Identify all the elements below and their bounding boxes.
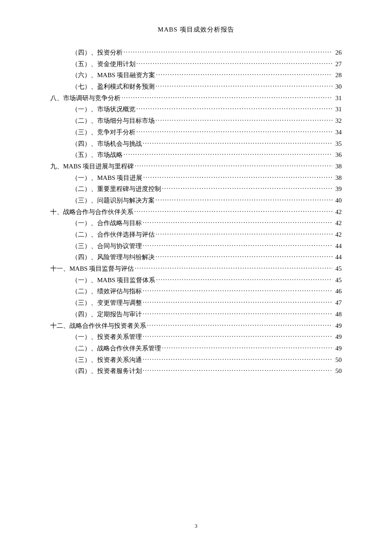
toc-entry[interactable]: 十、战略合作与合作伙伴关系42 [50, 208, 342, 215]
toc-entry[interactable]: （四）、投资分析26 [50, 48, 342, 56]
toc-leader-dots [143, 356, 332, 362]
toc-entry-page: 44 [333, 243, 342, 249]
toc-entry-page: 34 [333, 129, 342, 136]
toc-entry-label: （一）、市场状况概览 [72, 106, 135, 113]
toc-leader-dots [134, 208, 332, 214]
toc-entry[interactable]: 十二、战略合作伙伴与投资者关系49 [50, 321, 342, 329]
toc-entry-label: （四）、投资者服务计划 [72, 368, 142, 374]
toc-entry-page: 28 [333, 72, 342, 78]
toc-entry-label: （三）、问题识别与解决方案 [72, 197, 155, 204]
toc-entry-label: 九、MABS 项目进展与里程碑 [50, 163, 134, 170]
toc-entry-label: （三）、投资者关系沟通 [72, 357, 142, 363]
page-header-title: MABS 项目成效分析报告 [50, 26, 342, 34]
toc-entry-page: 45 [333, 266, 342, 272]
toc-entry-page: 48 [333, 311, 342, 318]
toc-entry-page: 49 [333, 334, 342, 340]
toc-entry[interactable]: （一）、MABS 项目进展38 [50, 173, 342, 181]
toc-leader-dots [143, 332, 332, 339]
toc-entry-label: （一）、MABS 项目进展 [72, 175, 142, 181]
toc-entry-label: （四）、市场机会与挑战 [72, 141, 142, 147]
toc-entry-label: （三）、变更管理与调整 [72, 300, 142, 306]
toc-leader-dots [135, 162, 332, 168]
toc-entry-label: （七）、盈利模式和财务预测 [72, 84, 155, 90]
toc-entry[interactable]: （三）、合同与协议管理44 [50, 242, 342, 249]
toc-entry[interactable]: （三）、投资者关系沟通50 [50, 356, 342, 363]
toc-leader-dots [143, 139, 332, 146]
toc-entry[interactable]: （七）、盈利模式和财务预测30 [50, 82, 342, 90]
toc-entry-page: 38 [333, 163, 342, 170]
toc-entry-label: （二）、市场细分与目标市场 [72, 118, 155, 124]
toc-entry-page: 26 [333, 49, 342, 56]
toc-entry-page: 49 [333, 323, 342, 329]
toc-entry[interactable]: （四）、风险管理与纠纷解决44 [50, 253, 342, 260]
toc-entry-label: （一）、MABS 项目监督体系 [72, 277, 155, 283]
page-number: 3 [0, 523, 392, 529]
toc-leader-dots [156, 71, 332, 77]
toc-entry[interactable]: （四）、投资者服务计划50 [50, 367, 342, 374]
toc-leader-dots [143, 310, 332, 316]
toc-entry[interactable]: （一）、投资者关系管理49 [50, 332, 342, 340]
toc-entry-label: 十一、MABS 项目监督与评估 [50, 266, 134, 272]
toc-entry-label: 八、市场调研与竞争分析 [50, 95, 121, 101]
toc-entry[interactable]: 八、市场调研与竞争分析31 [50, 94, 342, 101]
toc-entry-label: （二）、绩效评估与指标 [72, 288, 142, 295]
toc-leader-dots [156, 253, 332, 259]
toc-entry-page: 35 [333, 141, 342, 147]
toc-entry[interactable]: （一）、市场状况概览31 [50, 105, 342, 113]
toc-entry-label: （一）、合作战略与目标 [72, 220, 142, 226]
toc-entry-label: （三）、竞争对手分析 [72, 129, 135, 136]
toc-entry-page: 45 [333, 277, 342, 283]
table-of-contents: （四）、投资分析26（五）、资金使用计划27（六）、MABS 项目融资方案28（… [50, 48, 342, 374]
toc-entry[interactable]: （二）、市场细分与目标市场32 [50, 116, 342, 124]
toc-entry-page: 50 [333, 357, 342, 363]
toc-entry[interactable]: （四）、定期报告与审计48 [50, 310, 342, 318]
toc-leader-dots [143, 173, 332, 180]
toc-entry[interactable]: （三）、问题识别与解决方案40 [50, 196, 342, 204]
toc-entry[interactable]: （二）、绩效评估与指标46 [50, 287, 342, 295]
document-page: MABS 项目成效分析报告 （四）、投资分析26（五）、资金使用计划27（六）、… [0, 0, 392, 555]
toc-leader-dots [156, 230, 332, 237]
toc-entry-label: 十、战略合作与合作伙伴关系 [50, 209, 133, 215]
toc-leader-dots [136, 128, 332, 134]
toc-entry-label: （五）、资金使用计划 [72, 61, 135, 67]
toc-entry-page: 38 [333, 175, 342, 181]
toc-leader-dots [143, 219, 332, 225]
toc-entry[interactable]: （五）、市场战略36 [50, 150, 342, 158]
toc-entry-page: 36 [333, 152, 342, 158]
toc-entry-page: 31 [333, 95, 342, 101]
toc-entry-label: （三）、合同与协议管理 [72, 243, 142, 249]
toc-entry[interactable]: （五）、资金使用计划27 [50, 60, 342, 67]
toc-entry-label: （四）、风险管理与纠纷解决 [72, 254, 155, 260]
toc-leader-dots [156, 196, 332, 202]
toc-entry[interactable]: 十一、MABS 项目监督与评估45 [50, 264, 342, 272]
toc-entry-page: 50 [333, 368, 342, 374]
toc-entry-page: 42 [333, 209, 342, 215]
toc-entry[interactable]: （四）、市场机会与挑战35 [50, 139, 342, 147]
toc-entry[interactable]: （一）、合作战略与目标42 [50, 219, 342, 226]
toc-leader-dots [143, 367, 332, 373]
toc-entry[interactable]: （二）、战略合作伙伴关系管理49 [50, 344, 342, 352]
toc-entry[interactable]: （二）、重要里程碑与进度控制39 [50, 185, 342, 192]
toc-leader-dots [136, 60, 332, 66]
toc-leader-dots [156, 276, 332, 282]
toc-leader-dots [135, 264, 332, 271]
toc-entry-page: 39 [333, 186, 342, 192]
toc-leader-dots [156, 116, 332, 123]
toc-entry[interactable]: （二）、合作伙伴选择与评估42 [50, 230, 342, 238]
toc-entry[interactable]: （一）、MABS 项目监督体系45 [50, 276, 342, 283]
toc-entry[interactable]: 九、MABS 项目进展与里程碑38 [50, 162, 342, 170]
toc-entry[interactable]: （三）、变更管理与调整47 [50, 298, 342, 306]
toc-entry-page: 44 [333, 254, 342, 260]
toc-leader-dots [143, 287, 332, 293]
toc-entry-label: （二）、重要里程碑与进度控制 [72, 186, 161, 192]
toc-entry-page: 27 [333, 61, 342, 67]
toc-entry-label: （六）、MABS 项目融资方案 [72, 72, 155, 78]
toc-leader-dots [156, 82, 332, 89]
toc-entry-page: 30 [333, 84, 342, 90]
toc-entry-page: 32 [333, 118, 342, 124]
toc-entry-label: （二）、战略合作伙伴关系管理 [72, 345, 161, 352]
toc-entry[interactable]: （三）、竞争对手分析34 [50, 128, 342, 136]
toc-entry-label: （四）、定期报告与审计 [72, 311, 142, 318]
toc-entry-label: 十二、战略合作伙伴与投资者关系 [50, 323, 146, 329]
toc-entry[interactable]: （六）、MABS 项目融资方案28 [50, 71, 342, 78]
